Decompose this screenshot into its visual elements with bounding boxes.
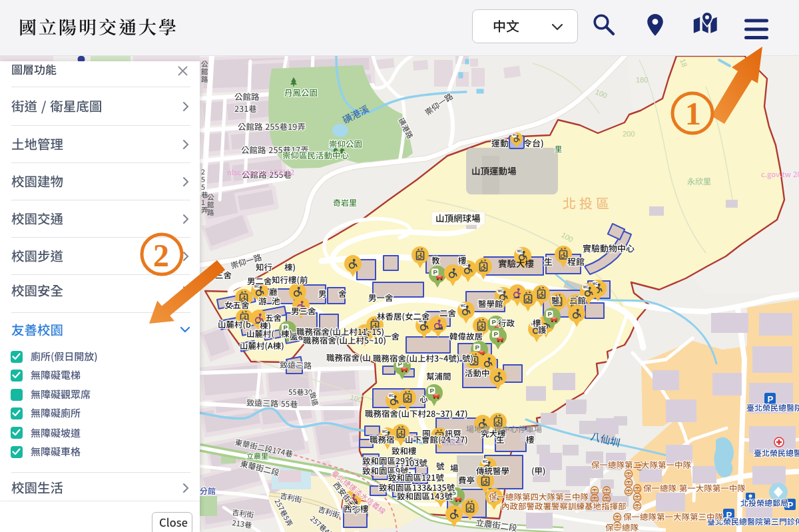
svg-text:P: P <box>429 387 434 394</box>
svg-text:P: P <box>547 310 552 318</box>
svg-text:P: P <box>475 344 479 351</box>
svg-text:WC: WC <box>382 430 388 433</box>
svg-text:P: P <box>493 330 498 338</box>
svg-text:P: P <box>768 394 774 404</box>
svg-text:WC: WC <box>513 134 517 136</box>
svg-text:P: P <box>491 318 496 326</box>
svg-text:P: P <box>433 268 437 276</box>
svg-text:WC: WC <box>517 250 523 253</box>
svg-text:200: 200 <box>623 130 635 138</box>
svg-text:WC: WC <box>498 290 503 293</box>
svg-text:180: 180 <box>636 76 648 84</box>
svg-text:WC: WC <box>461 304 466 308</box>
svg-text:WC: WC <box>389 394 394 398</box>
svg-text:WC: WC <box>254 285 260 288</box>
svg-text:WC: WC <box>583 286 589 289</box>
svg-text:WC: WC <box>483 460 488 463</box>
